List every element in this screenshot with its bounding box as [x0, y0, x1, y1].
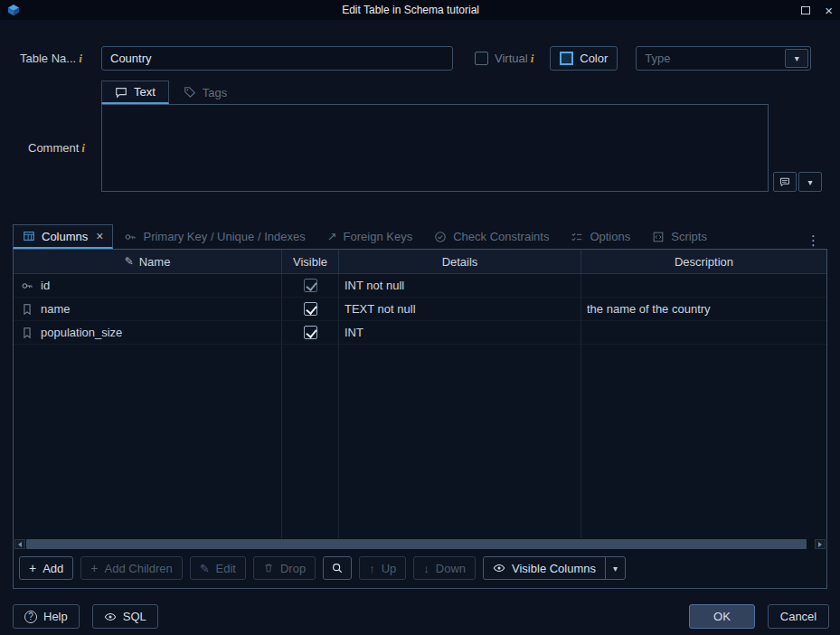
tab-text[interactable]: Text — [101, 81, 169, 104]
close-icon[interactable]: × — [825, 4, 833, 17]
editor-tab-bar: Columns × Primary Key / Unique / Indexes… — [13, 224, 827, 249]
table-row[interactable]: name TEXT not null the name of the count… — [14, 298, 826, 321]
down-button-label: Down — [436, 562, 466, 575]
window-title: Edit Table in Schema tutorial — [20, 4, 801, 16]
columns-grid-icon — [23, 230, 35, 242]
header-visible[interactable]: Visible — [282, 250, 339, 274]
checklist-icon — [571, 231, 583, 243]
scrollbar-thumb[interactable] — [26, 539, 807, 549]
comment-lines-icon — [779, 176, 790, 187]
tab-columns-label: Columns — [42, 230, 88, 243]
title-bar: Edit Table in Schema tutorial × — [0, 0, 840, 20]
comment-row: Comment i ▾ — [0, 104, 840, 192]
app-icon — [7, 4, 20, 16]
up-button[interactable]: ↑ Up — [359, 556, 406, 580]
comment-lines-button[interactable] — [773, 172, 797, 192]
chevron-down-icon[interactable]: ▾ — [605, 557, 625, 579]
header-visible-label: Visible — [293, 255, 327, 269]
tab-columns[interactable]: Columns × — [13, 224, 113, 249]
plus-icon: + — [29, 562, 36, 574]
tab-tags-label: Tags — [203, 86, 227, 100]
triangle-left-icon — [18, 542, 22, 547]
virtual-label: Virtual — [495, 52, 528, 65]
add-children-button[interactable]: + Add Children — [80, 556, 182, 580]
help-button[interactable]: ? Help — [13, 604, 80, 629]
header-description-label: Description — [675, 255, 733, 269]
tab-options-label: Options — [590, 230, 630, 243]
edit-button[interactable]: ✎ Edit — [190, 556, 246, 580]
header-details[interactable]: Details — [339, 250, 581, 274]
column-details: INT not null — [344, 279, 404, 292]
up-button-label: Up — [382, 562, 397, 575]
cancel-button[interactable]: Cancel — [768, 604, 829, 629]
arrow-up-right-icon: ↗ — [327, 230, 337, 243]
edit-button-label: Edit — [216, 562, 236, 575]
pencil-icon: ✎ — [125, 255, 134, 268]
scroll-left-button[interactable] — [14, 539, 25, 549]
bookmark-icon — [21, 303, 33, 316]
column-details: INT — [344, 326, 363, 339]
maximize-icon[interactable] — [801, 6, 810, 14]
scroll-right-button[interactable] — [815, 539, 826, 549]
pencil-icon: ✎ — [200, 562, 210, 575]
add-button[interactable]: + Add — [19, 556, 73, 580]
speech-bubble-icon — [115, 86, 127, 99]
tab-options[interactable]: Options — [560, 224, 641, 249]
tab-scripts-label: Scripts — [671, 230, 707, 243]
tab-check-constraints-label: Check Constraints — [453, 230, 549, 243]
table-row[interactable]: id INT not null — [14, 274, 826, 298]
key-icon — [21, 280, 33, 292]
tab-check-constraints[interactable]: Check Constraints — [423, 224, 560, 249]
color-button-label: Color — [580, 52, 608, 65]
dialog-footer: ? Help SQL OK Cancel — [13, 604, 829, 629]
header-description[interactable]: Description — [581, 250, 826, 274]
drop-button[interactable]: Drop — [253, 556, 316, 580]
question-icon: ? — [24, 611, 37, 623]
search-button[interactable] — [323, 556, 352, 580]
header-details-label: Details — [442, 255, 478, 269]
eye-icon — [104, 611, 117, 623]
ok-button[interactable]: OK — [689, 604, 755, 629]
visible-columns-label: Visible Columns — [512, 562, 596, 575]
table-name-row: Table Na... i Virtual i Color ▾ — [20, 46, 818, 71]
virtual-checkbox[interactable] — [475, 52, 488, 65]
search-icon — [331, 562, 344, 574]
check-circle-icon — [434, 231, 447, 243]
comment-subtabs: Text Tags — [101, 81, 840, 104]
tab-primary-key[interactable]: Primary Key / Unique / Indexes — [113, 224, 316, 249]
comment-label: Comment — [28, 141, 79, 155]
table-name-input[interactable] — [101, 46, 453, 71]
column-name: id — [41, 279, 50, 292]
down-button[interactable]: ↓ Down — [413, 556, 476, 580]
help-button-label: Help — [43, 610, 68, 623]
visible-checkbox[interactable] — [304, 302, 317, 316]
kebab-menu-icon[interactable]: ⋮ — [799, 232, 827, 249]
ok-button-label: OK — [713, 610, 731, 623]
info-icon: i — [76, 52, 82, 66]
visible-checkbox[interactable] — [304, 326, 317, 339]
tab-foreign-keys[interactable]: ↗ Foreign Keys — [316, 224, 424, 249]
column-name: population_size — [41, 326, 122, 339]
table-name-label: Table Na... — [20, 52, 76, 65]
triangle-right-icon — [818, 542, 822, 547]
type-input[interactable] — [637, 47, 783, 70]
bookmark-icon — [21, 327, 33, 339]
horizontal-scrollbar[interactable] — [14, 538, 826, 550]
type-dropdown[interactable]: ▾ — [636, 46, 811, 71]
color-button[interactable]: Color — [550, 46, 618, 71]
visible-checkbox[interactable] — [304, 279, 317, 292]
comment-textarea[interactable] — [101, 104, 769, 192]
close-icon[interactable]: × — [96, 230, 103, 242]
cancel-button-label: Cancel — [780, 610, 816, 623]
comment-dropdown-button[interactable]: ▾ — [798, 172, 822, 192]
tab-scripts[interactable]: Scripts — [641, 224, 718, 249]
sql-button[interactable]: SQL — [92, 604, 158, 629]
header-name[interactable]: ✎ Name — [14, 250, 282, 274]
tab-tags[interactable]: Tags — [169, 81, 241, 104]
key-icon — [124, 231, 137, 243]
arrow-up-icon: ↑ — [369, 563, 375, 574]
columns-panel: ✎ Name Visible Details Description id — [13, 249, 827, 589]
chevron-down-icon[interactable]: ▾ — [785, 49, 808, 68]
table-row[interactable]: population_size INT — [14, 321, 826, 345]
visible-columns-button[interactable]: Visible Columns ▾ — [483, 556, 626, 580]
